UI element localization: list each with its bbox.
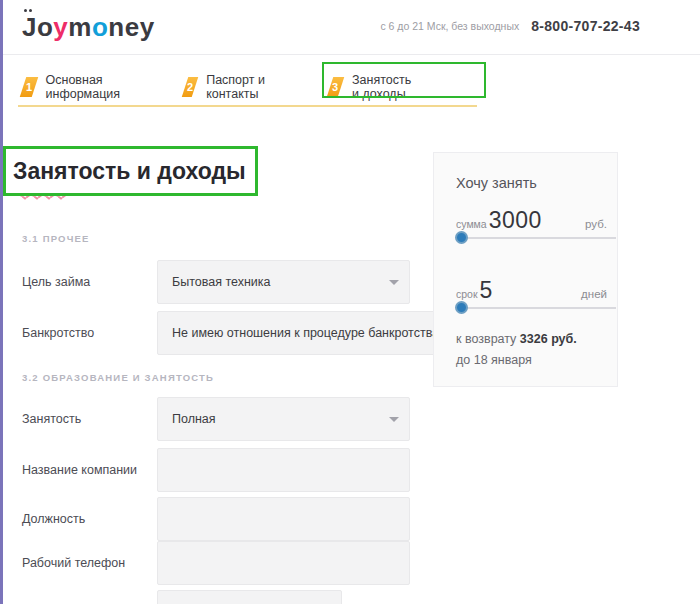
field-row-work-phone: Рабочий телефон bbox=[22, 541, 410, 585]
bankruptcy-label: Банкротство bbox=[22, 326, 157, 340]
repayment-info: к возврату 3326 руб. до 18 января bbox=[456, 329, 577, 371]
logo-letter-o1: o bbox=[37, 12, 53, 42]
repayment-prefix: к возврату bbox=[456, 332, 516, 346]
logo-letters-ney: ney bbox=[108, 12, 154, 42]
working-hours-text: с 6 до 21 Мск, без выходных bbox=[380, 20, 519, 32]
phone-number[interactable]: 8-800-707-22-43 bbox=[531, 18, 640, 34]
logo-letter-o2: o bbox=[92, 12, 108, 42]
annotation-box-title bbox=[3, 146, 258, 196]
amount-row: сумма 3000 руб. bbox=[456, 207, 607, 234]
loan-purpose-select[interactable]: Бытовая техника bbox=[157, 260, 410, 304]
step-2-label: Паспорт и контакты bbox=[206, 73, 267, 101]
step-2-badge: 2 bbox=[182, 77, 199, 97]
field-row-position: Должность bbox=[22, 497, 410, 541]
position-field bbox=[157, 497, 410, 541]
section-3-2-heading: 3.2 ОБРАЗОВАНИЕ И ЗАНЯТОСТЬ bbox=[22, 372, 214, 383]
step-1-badge: 1 bbox=[20, 77, 38, 97]
annotation-box-step-3 bbox=[322, 62, 486, 98]
position-label: Должность bbox=[22, 512, 157, 526]
field-row-employment: Занятость Полная bbox=[22, 397, 410, 441]
next-field-input[interactable] bbox=[158, 591, 341, 604]
left-edge-bar bbox=[0, 0, 3, 604]
repayment-amount: 3326 руб. bbox=[520, 332, 577, 346]
header: Joymoney с 6 до 21 Мск, без выходных 8-8… bbox=[0, 0, 700, 55]
joymoney-loan-application: Joymoney с 6 до 21 Мск, без выходных 8-8… bbox=[0, 0, 700, 604]
company-name-input[interactable] bbox=[158, 449, 409, 491]
bankruptcy-value: Не имею отношения к процедуре банкротств… bbox=[158, 326, 463, 340]
position-input[interactable] bbox=[158, 498, 409, 540]
step-1-basic-info[interactable]: 1 Основная информация bbox=[23, 73, 128, 101]
chevron-down-icon bbox=[389, 280, 399, 285]
section-3-1-heading: 3.1 ПРОЧЕЕ bbox=[22, 233, 90, 244]
logo-umlaut-dots-icon bbox=[24, 9, 36, 12]
company-name-field bbox=[157, 448, 410, 492]
term-unit: дней bbox=[581, 288, 607, 300]
term-slider[interactable] bbox=[456, 307, 616, 309]
employment-select[interactable]: Полная bbox=[157, 397, 410, 441]
amount-unit: руб. bbox=[585, 218, 607, 230]
loan-purpose-value: Бытовая техника bbox=[158, 275, 295, 289]
term-label: срок bbox=[456, 288, 478, 300]
amount-slider[interactable] bbox=[456, 237, 616, 239]
logo-letter-j: J bbox=[22, 12, 37, 42]
field-row-loan-purpose: Цель займа Бытовая техника bbox=[22, 260, 410, 304]
employment-label: Занятость bbox=[22, 412, 157, 426]
company-name-label: Название компании bbox=[22, 463, 157, 477]
amount-value: 3000 bbox=[489, 207, 542, 234]
loan-calculator-panel: Хочу занять сумма 3000 руб. срок 5 дней … bbox=[433, 152, 618, 387]
bankruptcy-select[interactable]: Не имею отношения к процедуре банкротств… bbox=[157, 311, 464, 355]
calculator-title: Хочу занять bbox=[456, 175, 537, 191]
header-contact: с 6 до 21 Мск, без выходных 8-800-707-22… bbox=[380, 18, 640, 34]
tabs-underline bbox=[18, 105, 477, 107]
work-phone-label: Рабочий телефон bbox=[22, 556, 157, 570]
loan-purpose-label: Цель займа bbox=[22, 275, 157, 289]
step-1-label: Основная информация bbox=[46, 73, 128, 101]
term-value: 5 bbox=[480, 277, 493, 304]
term-row: срок 5 дней bbox=[456, 277, 607, 304]
logo-letter-m: m bbox=[68, 12, 92, 42]
field-row-next-partial bbox=[157, 590, 342, 604]
term-slider-handle[interactable] bbox=[455, 301, 468, 314]
next-field bbox=[157, 590, 342, 604]
field-row-company: Название компании bbox=[22, 448, 410, 492]
amount-label: сумма bbox=[456, 218, 487, 230]
work-phone-input[interactable] bbox=[158, 542, 409, 584]
chevron-down-icon bbox=[389, 417, 399, 422]
repayment-due-date: до 18 января bbox=[456, 353, 532, 367]
joymoney-logo[interactable]: Joymoney bbox=[22, 12, 155, 43]
field-row-bankruptcy: Банкротство Не имею отношения к процедур… bbox=[22, 311, 410, 355]
logo-letter-y: y bbox=[53, 12, 68, 42]
work-phone-field bbox=[157, 541, 410, 585]
step-2-passport-contacts[interactable]: 2 Паспорт и контакты bbox=[185, 73, 267, 101]
employment-value: Полная bbox=[158, 412, 240, 426]
amount-slider-handle[interactable] bbox=[455, 231, 468, 244]
